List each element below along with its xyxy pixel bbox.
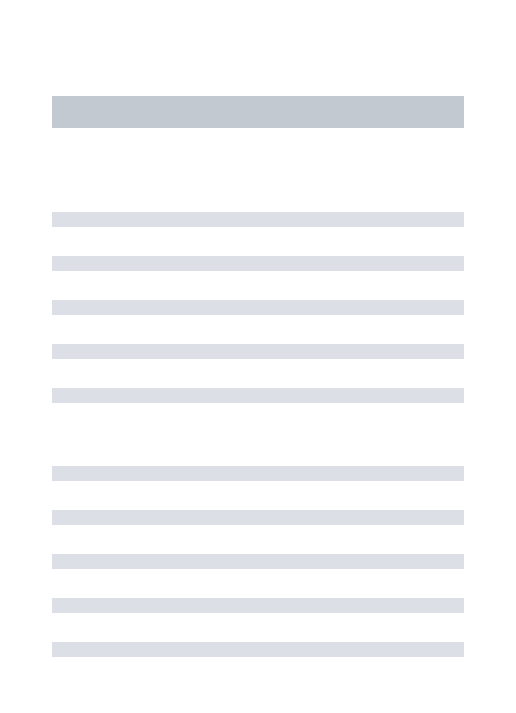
text-line [52,212,464,227]
text-line [52,466,464,481]
text-line [52,300,464,315]
text-line [52,598,464,613]
paragraph-group-2 [52,466,464,657]
text-line [52,554,464,569]
title-placeholder [52,96,464,128]
text-line [52,510,464,525]
text-line [52,388,464,403]
paragraph-group-1 [52,212,464,403]
text-line [52,642,464,657]
text-line [52,256,464,271]
text-line [52,344,464,359]
